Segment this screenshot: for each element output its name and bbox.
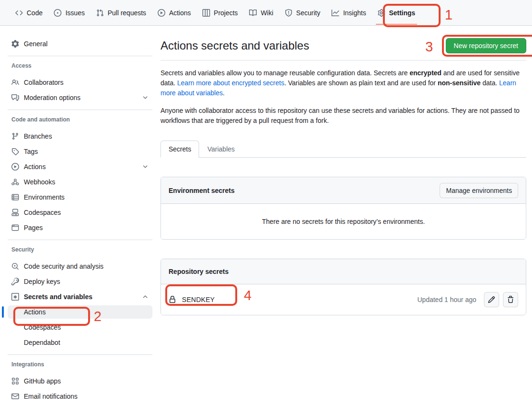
- chevron-down-icon: [142, 163, 149, 170]
- sidebar-item-label: Codespaces: [24, 323, 61, 331]
- github-repo-settings-page: Code Issues Pull requests Actions Projec…: [0, 0, 532, 413]
- sidebar-item-moderation-options[interactable]: Moderation options: [8, 91, 152, 104]
- box-title: Repository secrets: [169, 268, 229, 275]
- codescan-icon: [11, 262, 19, 270]
- tab-actions[interactable]: Actions: [154, 0, 195, 25]
- issue-opened-icon: [54, 9, 61, 17]
- secret-name: SENDKEY: [169, 296, 215, 303]
- sidebar-subitem-actions[interactable]: Actions: [8, 305, 152, 319]
- sidebar-subitem-dependabot[interactable]: Dependabot: [8, 336, 152, 349]
- link-encrypted-secrets[interactable]: Learn more about encrypted secrets: [177, 79, 284, 87]
- intro-text: .: [223, 89, 225, 97]
- sidebar-item-secrets-and-variables[interactable]: Secrets and variables: [8, 290, 152, 303]
- sidebar-item-branches[interactable]: Branches: [8, 130, 152, 143]
- webhook-icon: [11, 178, 19, 186]
- sidebar-item-email-notifications[interactable]: Email notifications: [8, 390, 152, 403]
- play-icon: [11, 163, 19, 171]
- sidebar-item-label: Code security and analysis: [24, 262, 103, 270]
- tab-wiki[interactable]: Wiki: [245, 0, 277, 25]
- tab-secrets[interactable]: Secrets: [161, 141, 199, 158]
- codespaces-icon: [11, 209, 19, 216]
- manage-environments-button[interactable]: Manage environments: [440, 183, 518, 198]
- gear-icon: [378, 9, 385, 17]
- sidebar-item-label: Codespaces: [24, 209, 61, 216]
- secrets-variables-tabs: Secrets Variables: [161, 140, 526, 158]
- graph-icon: [331, 9, 339, 17]
- new-repository-secret-button[interactable]: New repository secret: [446, 38, 526, 53]
- sidebar-item-label: GitHub apps: [24, 377, 61, 385]
- sidebar-item-label: Secrets and variables: [24, 293, 92, 301]
- sidebar-section-title: Security: [8, 246, 152, 253]
- tab-label: Settings: [389, 9, 415, 17]
- sidebar-item-environments[interactable]: Environments: [8, 191, 152, 204]
- tab-label: Code: [27, 9, 42, 17]
- delete-secret-button[interactable]: [503, 292, 518, 307]
- people-icon: [11, 79, 19, 86]
- projects-icon: [202, 9, 210, 17]
- lock-icon: [169, 296, 176, 303]
- active-tab-underline: [376, 24, 417, 25]
- sidebar-item-label: Collaborators: [24, 79, 63, 86]
- browser-icon: [11, 224, 19, 232]
- repository-secrets-box: Repository secrets SENDKEY Updated 1 hou…: [161, 259, 526, 315]
- sidebar-item-code-security[interactable]: Code security and analysis: [8, 260, 152, 273]
- sidebar-subitem-codespaces[interactable]: Codespaces: [8, 321, 152, 334]
- tab-projects[interactable]: Projects: [199, 0, 242, 25]
- tab-code[interactable]: Code: [11, 0, 46, 25]
- tab-issues[interactable]: Issues: [50, 0, 88, 25]
- sidebar-item-label: Webhooks: [24, 178, 55, 186]
- sidebar-item-label: Dependabot: [24, 339, 60, 346]
- active-item-marker: [2, 306, 4, 318]
- sidebar-item-deploy-keys[interactable]: Deploy keys: [8, 275, 152, 288]
- sidebar-section-title: Code and automation: [8, 116, 152, 123]
- chevron-down-icon: [142, 94, 149, 101]
- pencil-icon: [488, 296, 495, 303]
- sidebar-item-github-apps[interactable]: GitHub apps: [8, 374, 152, 388]
- sidebar-item-webhooks[interactable]: Webhooks: [8, 175, 152, 189]
- environment-secrets-box: Environment secrets Manage environments …: [161, 177, 526, 240]
- sidebar-item-label: Moderation options: [24, 94, 80, 101]
- environment-secrets-empty-message: There are no secrets for this repository…: [161, 204, 526, 239]
- sidebar-item-label: Environments: [24, 193, 65, 201]
- git-branch-icon: [11, 132, 19, 140]
- sidebar-item-tags[interactable]: Tags: [8, 145, 152, 158]
- tab-security[interactable]: Security: [281, 0, 324, 25]
- page-header: Actions secrets and variables New reposi…: [161, 33, 526, 60]
- apps-icon: [11, 377, 19, 385]
- key-icon: [11, 278, 19, 285]
- tab-label: Issues: [65, 9, 84, 17]
- divider: [8, 240, 152, 240]
- edit-secret-button[interactable]: [484, 292, 499, 307]
- sidebar-item-codespaces[interactable]: Codespaces: [8, 206, 152, 219]
- divider: [8, 56, 152, 56]
- sidebar-section-title: Access: [8, 62, 152, 70]
- intro-text: . Variables are shown as plain text and …: [284, 79, 438, 87]
- mail-icon: [11, 393, 19, 400]
- sidebar-item-actions[interactable]: Actions: [8, 160, 152, 173]
- divider: [8, 354, 152, 355]
- tab-pull-requests[interactable]: Pull requests: [92, 0, 150, 25]
- tab-label: Security: [296, 9, 321, 17]
- tab-variables[interactable]: Variables: [199, 141, 242, 158]
- git-pull-request-icon: [96, 9, 104, 17]
- secret-row-actions: Updated 1 hour ago: [417, 292, 518, 307]
- trash-icon: [507, 296, 514, 303]
- book-icon: [249, 9, 257, 17]
- tab-label: Wiki: [261, 9, 273, 17]
- settings-sidebar: General Access Collaborators Moderation …: [8, 33, 152, 405]
- sidebar-item-general[interactable]: General: [8, 37, 152, 50]
- secret-row: SENDKEY Updated 1 hour ago: [161, 284, 526, 315]
- sidebar-item-pages[interactable]: Pages: [8, 221, 152, 234]
- tab-settings[interactable]: Settings: [374, 0, 419, 25]
- sidebar-item-collaborators[interactable]: Collaborators: [8, 76, 152, 89]
- repo-tab-nav: Code Issues Pull requests Actions Projec…: [0, 0, 532, 26]
- tab-label: Pull requests: [108, 9, 146, 17]
- tag-icon: [11, 148, 19, 155]
- intro-bold-non-sensitive: non-sensitive: [438, 79, 481, 87]
- play-icon: [158, 9, 165, 17]
- comment-discussion-icon: [11, 94, 19, 101]
- tab-insights[interactable]: Insights: [328, 0, 370, 25]
- sidebar-item-label: General: [24, 40, 48, 48]
- main-content: Actions secrets and variables New reposi…: [161, 33, 526, 315]
- chevron-up-icon: [142, 293, 149, 300]
